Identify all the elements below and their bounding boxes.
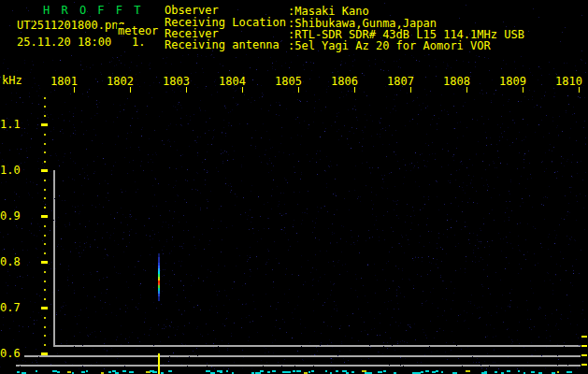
- noise-pixel: [284, 359, 285, 360]
- noise-pixel: [19, 325, 20, 326]
- noise-pixel: [414, 215, 415, 216]
- noise-pixel: [75, 130, 76, 131]
- noise-pixel: [483, 185, 484, 186]
- noise-pixel: [99, 280, 100, 280]
- noise-pixel: [271, 209, 272, 209]
- noise-pixel: [234, 323, 235, 324]
- noise-pixel: [508, 101, 509, 102]
- noise-pixel: [362, 146, 363, 147]
- y-axis-minor-tick: [44, 207, 46, 209]
- noise-pixel: [272, 63, 273, 64]
- noise-pixel: [422, 257, 423, 258]
- noise-pixel: [563, 258, 564, 259]
- noise-pixel: [347, 315, 348, 316]
- noise-pixel: [131, 229, 132, 230]
- noise-pixel: [442, 315, 443, 316]
- noise-pixel: [314, 227, 315, 228]
- noise-pixel: [348, 91, 349, 92]
- noise-pixel: [221, 153, 222, 154]
- noise-pixel: [318, 294, 319, 295]
- noise-pixel: [402, 340, 403, 341]
- noise-pixel: [556, 264, 557, 265]
- noise-pixel: [148, 162, 149, 163]
- noise-pixel: [44, 166, 45, 167]
- noise-pixel: [576, 195, 577, 196]
- noise-pixel: [37, 193, 38, 194]
- noise-pixel: [310, 272, 311, 273]
- noise-pixel: [332, 72, 333, 73]
- noise-pixel: [481, 116, 482, 117]
- noise-pixel: [221, 150, 222, 151]
- noise-pixel: [105, 164, 106, 165]
- noise-pixel: [480, 228, 480, 229]
- noise-pixel: [433, 258, 434, 259]
- noise-pixel: [111, 174, 112, 175]
- noise-pixel: [63, 162, 64, 163]
- noise-pixel: [491, 197, 492, 198]
- noise-pixel: [113, 256, 114, 257]
- noise-pixel: [581, 59, 581, 60]
- noise-pixel: [363, 285, 364, 286]
- noise-pixel: [150, 236, 151, 237]
- noise-pixel: [513, 120, 514, 121]
- noise-pixel: [424, 354, 425, 355]
- noise-pixel: [311, 354, 312, 355]
- noise-pixel: [272, 335, 273, 336]
- noise-pixel: [228, 125, 229, 126]
- noise-pixel: [377, 134, 378, 135]
- noise-pixel: [396, 142, 397, 143]
- noise-pixel: [229, 299, 230, 300]
- noise-pixel: [423, 103, 423, 104]
- noise-pixel: [281, 366, 282, 367]
- noise-pixel: [159, 116, 160, 117]
- noise-pixel: [133, 170, 134, 171]
- noise-pixel: [304, 212, 305, 213]
- noise-pixel: [556, 309, 557, 310]
- noise-pixel: [326, 187, 327, 188]
- noise-pixel: [537, 105, 538, 106]
- noise-pixel: [97, 26, 98, 27]
- noise-floor-dash: [452, 372, 457, 374]
- noise-pixel: [308, 191, 308, 192]
- noise-pixel: [200, 100, 201, 101]
- noise-pixel: [319, 77, 320, 78]
- noise-pixel: [538, 17, 539, 18]
- noise-pixel: [121, 325, 122, 326]
- noise-pixel: [566, 112, 566, 113]
- noise-pixel: [230, 111, 231, 112]
- noise-pixel: [491, 144, 492, 145]
- noise-pixel: [340, 65, 341, 65]
- noise-floor-dash: [346, 372, 350, 374]
- noise-pixel: [37, 364, 38, 365]
- noise-pixel: [482, 161, 483, 162]
- noise-pixel: [82, 94, 83, 94]
- noise-pixel: [339, 97, 340, 98]
- noise-pixel: [30, 301, 31, 302]
- noise-pixel: [328, 86, 329, 87]
- noise-pixel: [30, 72, 31, 73]
- noise-pixel: [285, 274, 286, 275]
- noise-pixel: [509, 111, 510, 112]
- noise-pixel: [541, 120, 542, 121]
- noise-pixel: [579, 345, 580, 346]
- noise-pixel: [276, 61, 277, 62]
- noise-pixel: [115, 144, 116, 145]
- noise-pixel: [569, 137, 570, 138]
- noise-pixel: [53, 129, 54, 130]
- noise-pixel: [523, 155, 524, 156]
- noise-pixel: [313, 366, 314, 367]
- noise-pixel: [58, 217, 59, 218]
- noise-floor-dash: [122, 370, 126, 372]
- noise-pixel: [188, 230, 189, 231]
- noise-pixel: [268, 251, 269, 252]
- noise-pixel: [228, 312, 229, 313]
- noise-pixel: [453, 106, 454, 107]
- noise-pixel: [541, 162, 542, 163]
- noise-pixel: [387, 211, 388, 212]
- noise-pixel: [218, 228, 219, 229]
- noise-pixel: [337, 310, 337, 311]
- noise-pixel: [140, 283, 141, 284]
- y-axis-minor-tick: [44, 344, 46, 346]
- noise-pixel: [303, 360, 304, 361]
- noise-pixel: [129, 337, 130, 338]
